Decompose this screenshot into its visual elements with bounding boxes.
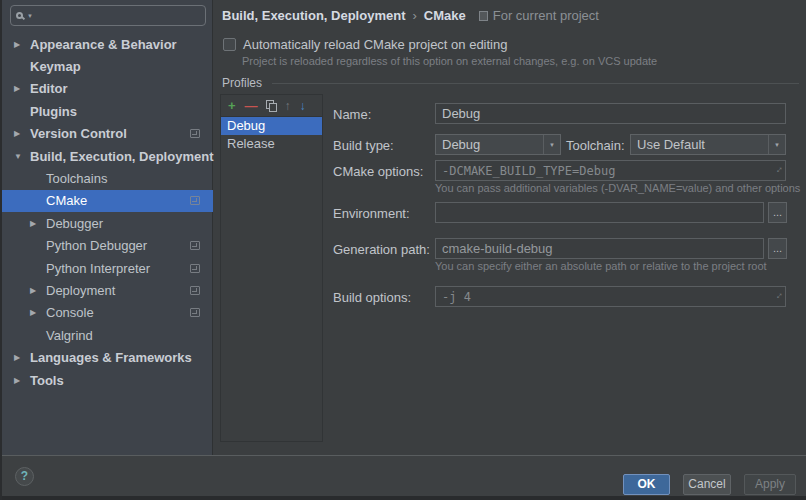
sidebar-item-version-control[interactable]: ▶ Version Control xyxy=(2,123,213,145)
generation-path-label: Generation path: xyxy=(333,242,430,257)
build-type-value: Debug xyxy=(436,137,543,152)
profiles-toolbar: + — ↑ ↓ xyxy=(221,95,322,117)
sidebar-item-toolchains[interactable]: Toolchains xyxy=(2,167,213,189)
generation-path-input[interactable] xyxy=(435,238,764,259)
project-settings-icon xyxy=(190,129,200,138)
chevron-right-icon[interactable]: ▶ xyxy=(30,308,46,317)
breadcrumb: Build, Execution, Deployment › CMake For… xyxy=(222,8,599,23)
breadcrumb-separator-icon: › xyxy=(412,8,416,23)
environment-input[interactable] xyxy=(435,202,764,223)
toolchain-select[interactable]: Use Default ▼ xyxy=(630,134,786,155)
sidebar-item-console[interactable]: ▶ Console xyxy=(2,302,213,324)
chevron-right-icon[interactable]: ▶ xyxy=(14,376,30,385)
current-project-icon xyxy=(479,11,488,21)
help-button[interactable]: ? xyxy=(15,467,34,486)
sidebar-item-keymap[interactable]: Keymap xyxy=(2,55,213,77)
chevron-right-icon[interactable]: ▶ xyxy=(30,219,46,228)
scope-indicator: For current project xyxy=(479,8,599,23)
search-input[interactable] xyxy=(37,8,213,23)
chevron-right-icon[interactable]: ▶ xyxy=(14,353,30,362)
chevron-right-icon[interactable]: ▶ xyxy=(14,129,30,138)
sidebar-item-deployment[interactable]: ▶ Deployment xyxy=(2,279,213,301)
sidebar-item-label: Deployment xyxy=(46,283,115,298)
sidebar-item-languages-frameworks[interactable]: ▶ Languages & Frameworks xyxy=(2,346,213,368)
apply-button: Apply xyxy=(744,474,796,495)
sidebar-item-label: Build, Execution, Deployment xyxy=(30,149,213,164)
chevron-right-icon[interactable]: ▶ xyxy=(14,84,30,93)
sidebar-item-debugger[interactable]: ▶ Debugger xyxy=(2,212,213,234)
reload-cmake-checkbox[interactable] xyxy=(223,38,236,51)
profile-list-item-release[interactable]: Release xyxy=(221,135,322,153)
profile-list-item-debug[interactable]: Debug xyxy=(221,117,322,135)
sidebar-item-label: Plugins xyxy=(30,104,77,119)
breadcrumb-current: CMake xyxy=(424,8,466,23)
browse-environment-button[interactable]: ... xyxy=(768,202,787,223)
chevron-down-icon: ▼ xyxy=(768,135,785,154)
breadcrumb-root[interactable]: Build, Execution, Deployment xyxy=(222,8,405,23)
toolchain-label: Toolchain: xyxy=(566,138,625,153)
browse-generation-path-button[interactable]: ... xyxy=(768,238,787,259)
settings-sidebar: ▼ ▶ Appearance & Behavior Keymap ▶ Edito… xyxy=(2,0,213,455)
project-settings-icon xyxy=(190,241,200,250)
sidebar-item-label: Toolchains xyxy=(46,171,107,186)
chevron-down-icon[interactable]: ▼ xyxy=(14,152,30,161)
search-filter-caret-icon: ▼ xyxy=(27,13,33,19)
dialog-footer: ? OK Cancel Apply xyxy=(2,455,806,496)
sidebar-item-cmake[interactable]: CMake xyxy=(2,190,213,212)
sidebar-item-label: Python Debugger xyxy=(46,238,147,253)
sidebar-item-label: CMake xyxy=(46,193,87,208)
sidebar-item-tools[interactable]: ▶ Tools xyxy=(2,369,213,391)
reload-cmake-hint: Project is reloaded regardless of this o… xyxy=(242,55,657,67)
window-bottom-edge xyxy=(2,496,806,500)
project-settings-icon xyxy=(190,308,200,317)
project-settings-icon xyxy=(190,264,200,273)
name-input[interactable] xyxy=(435,103,786,124)
chevron-right-icon[interactable]: ▶ xyxy=(14,40,30,49)
sidebar-item-label: Languages & Frameworks xyxy=(30,350,192,365)
sidebar-item-plugins[interactable]: Plugins xyxy=(2,100,213,122)
project-settings-icon xyxy=(190,196,200,205)
sidebar-item-label: Editor xyxy=(30,81,68,96)
sidebar-item-valgrind[interactable]: Valgrind xyxy=(2,324,213,346)
auto-reload-row: Automatically reload CMake project on ed… xyxy=(223,37,507,52)
name-label: Name: xyxy=(333,107,371,122)
profiles-list-panel: + — ↑ ↓ Debug Release xyxy=(220,94,323,442)
sidebar-item-label: Console xyxy=(46,305,94,320)
sidebar-item-label: Debugger xyxy=(46,216,103,231)
move-down-icon[interactable]: ↓ xyxy=(300,100,306,112)
remove-profile-icon[interactable]: — xyxy=(245,99,257,112)
cmake-options-input[interactable] xyxy=(435,160,786,181)
project-settings-icon xyxy=(190,286,200,295)
sidebar-item-label: Tools xyxy=(30,373,64,388)
sidebar-item-editor[interactable]: ▶ Editor xyxy=(2,78,213,100)
sidebar-item-label: Version Control xyxy=(30,126,127,141)
cmake-options-hint: You can pass additional variables (-DVAR… xyxy=(435,182,800,194)
generation-path-hint: You can specify either an absolute path … xyxy=(435,260,767,272)
settings-tree: ▶ Appearance & Behavior Keymap ▶ Editor … xyxy=(2,33,213,391)
reload-cmake-checkbox-label[interactable]: Automatically reload CMake project on ed… xyxy=(243,37,507,52)
build-options-input[interactable] xyxy=(435,286,786,307)
profiles-title-separator xyxy=(272,83,799,84)
sidebar-item-build-execution-deployment[interactable]: ▼ Build, Execution, Deployment xyxy=(2,145,213,167)
sidebar-item-label: Python Interpreter xyxy=(46,261,150,276)
settings-content: Build, Execution, Deployment › CMake For… xyxy=(215,0,806,455)
chevron-right-icon[interactable]: ▶ xyxy=(30,286,46,295)
sidebar-item-python-interpreter[interactable]: Python Interpreter xyxy=(2,257,213,279)
scope-label: For current project xyxy=(493,8,599,23)
settings-search-box[interactable]: ▼ xyxy=(10,5,206,26)
cmake-options-label: CMake options: xyxy=(333,164,423,179)
ok-button[interactable]: OK xyxy=(623,474,670,495)
profiles-section-title: Profiles xyxy=(222,76,262,90)
sidebar-item-appearance-behavior[interactable]: ▶ Appearance & Behavior xyxy=(2,33,213,55)
sidebar-item-label: Valgrind xyxy=(46,328,93,343)
search-icon xyxy=(16,12,23,19)
build-options-label: Build options: xyxy=(333,290,411,305)
sidebar-item-python-debugger[interactable]: Python Debugger xyxy=(2,235,213,257)
environment-label: Environment: xyxy=(333,206,410,221)
move-up-icon[interactable]: ↑ xyxy=(285,100,291,112)
copy-profile-icon[interactable] xyxy=(266,100,276,111)
chevron-down-icon: ▼ xyxy=(543,135,560,154)
add-profile-icon[interactable]: + xyxy=(228,99,236,112)
build-type-select[interactable]: Debug ▼ xyxy=(435,134,561,155)
cancel-button[interactable]: Cancel xyxy=(683,474,731,495)
